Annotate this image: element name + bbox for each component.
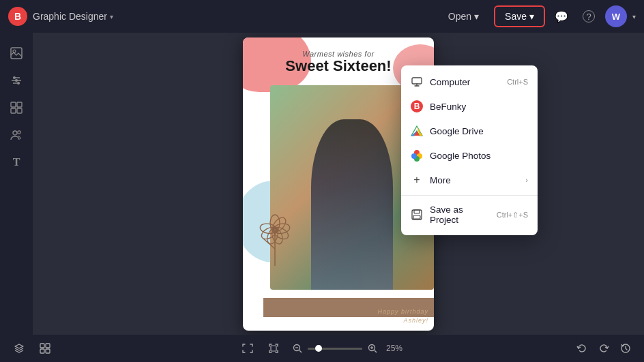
svg-rect-38 (46, 344, 50, 348)
svg-line-44 (299, 350, 302, 352)
google-drive-icon (411, 125, 423, 137)
svg-point-33 (411, 153, 417, 159)
card-flower (251, 208, 299, 269)
save-project-label: Save as Project (430, 205, 490, 225)
title-chevron-icon: ▾ (110, 13, 113, 20)
dropdown-item-google-drive[interactable]: Google Drive (401, 119, 538, 143)
canvas-area[interactable]: Warmest wishes for Sweet Sixteen! (33, 33, 644, 335)
svg-rect-11 (17, 108, 22, 113)
fit-screen-button[interactable] (238, 339, 257, 358)
computer-label: Computer (430, 77, 500, 87)
svg-point-13 (18, 131, 20, 134)
svg-rect-8 (11, 102, 16, 107)
topbar: B Graphic Designer ▾ Open ▾ Save ▾ 💬 ? W… (0, 0, 644, 33)
sidebar-item-text[interactable]: T (4, 150, 29, 175)
card-bottom-bar: Happy birthday Ashley! (243, 290, 434, 331)
svg-line-48 (375, 350, 377, 352)
warmest-text: Warmest wishes for (243, 50, 434, 58)
more-label: More (430, 175, 518, 185)
redo-button[interactable] (595, 340, 613, 357)
sidebar-item-effects[interactable] (4, 68, 29, 93)
avatar[interactable]: W (605, 5, 627, 27)
app-title[interactable]: Graphic Designer ▾ (33, 11, 113, 22)
befunky-label: BeFunky (430, 102, 528, 112)
avatar-chevron-icon: ▾ (632, 13, 636, 20)
dropdown-item-computer[interactable]: Computer Ctrl+S (401, 70, 538, 94)
svg-rect-10 (11, 108, 16, 113)
logo[interactable]: B (8, 7, 27, 26)
happy-birthday-text: Happy birthday Ashley! (243, 307, 428, 325)
befunky-icon: B (411, 100, 423, 112)
sidebar-item-people[interactable] (4, 123, 29, 147)
save-chevron-icon: ▾ (529, 11, 534, 22)
google-photos-icon (411, 149, 423, 162)
svg-rect-35 (414, 210, 420, 213)
svg-rect-37 (40, 344, 44, 348)
resize-button[interactable] (264, 339, 283, 358)
layers-button[interactable] (10, 339, 29, 358)
computer-icon (411, 76, 423, 88)
save-project-shortcut: Ctrl+⇧+S (497, 211, 528, 220)
bottombar-right (573, 340, 634, 357)
zoom-in-button[interactable] (365, 341, 380, 356)
topbar-actions: Open ▾ Save ▾ 💬 ? W ▾ (439, 5, 636, 27)
open-label: Open (448, 11, 471, 22)
svg-point-1 (13, 50, 16, 52)
dropdown-divider (401, 195, 538, 196)
undo-button[interactable] (573, 340, 591, 357)
google-drive-label: Google Drive (430, 126, 528, 136)
svg-point-12 (13, 131, 17, 135)
help-button[interactable]: ? (578, 5, 600, 27)
svg-rect-36 (413, 215, 420, 219)
history-button[interactable] (617, 340, 634, 357)
grid-button[interactable] (35, 339, 55, 358)
svg-point-7 (17, 82, 20, 85)
svg-rect-25 (412, 78, 422, 84)
save-project-icon (411, 209, 423, 221)
svg-rect-39 (40, 349, 44, 353)
zoom-percent: 25% (383, 344, 406, 353)
zoom-slider[interactable] (308, 348, 362, 350)
chat-button[interactable]: 💬 (551, 5, 572, 27)
zoom-controls: 25% (290, 341, 406, 356)
computer-shortcut: Ctrl+S (507, 78, 528, 86)
save-button[interactable]: Save ▾ (494, 5, 545, 27)
dropdown-item-save-as-project[interactable]: Save as Project Ctrl+⇧+S (401, 198, 538, 231)
help-icon: ? (583, 10, 595, 22)
more-icon: + (411, 174, 423, 186)
google-photos-label: Google Photos (430, 151, 528, 161)
open-chevron-icon: ▾ (474, 11, 479, 22)
svg-point-5 (15, 79, 18, 82)
dropdown-item-google-photos[interactable]: Google Photos (401, 143, 538, 168)
left-sidebar: T (0, 33, 33, 335)
dropdown-item-befunky[interactable]: B BeFunky (401, 94, 538, 119)
app-title-label: Graphic Designer (33, 11, 107, 22)
zoom-out-button[interactable] (290, 341, 305, 356)
open-button[interactable]: Open ▾ (439, 7, 488, 26)
save-label: Save (505, 11, 527, 22)
svg-rect-9 (17, 102, 22, 107)
save-dropdown: Computer Ctrl+S B BeFunky Google D (401, 65, 538, 235)
sidebar-item-image[interactable] (4, 41, 29, 65)
main-area: T Warmest wishes for Sweet Sixteen! (0, 33, 644, 335)
bottombar: 25% (0, 335, 644, 362)
text-tool-icon: T (13, 156, 20, 168)
svg-rect-40 (46, 349, 50, 353)
svg-point-6 (13, 76, 16, 79)
dropdown-item-more[interactable]: + More › (401, 168, 538, 192)
more-arrow-icon: › (525, 176, 528, 184)
svg-rect-41 (271, 346, 276, 351)
chat-icon: 💬 (555, 10, 568, 23)
sidebar-item-layout[interactable] (4, 95, 29, 120)
